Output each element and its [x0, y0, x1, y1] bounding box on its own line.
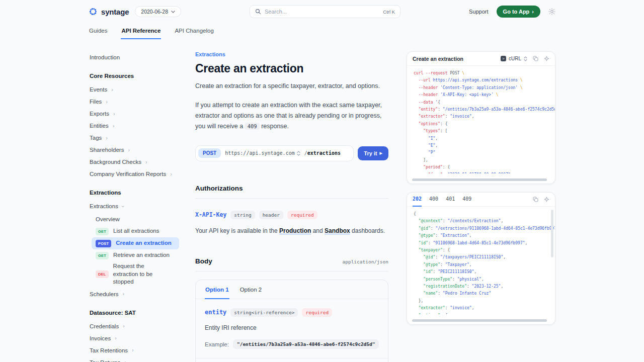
method-badge-get: GET: [96, 228, 109, 235]
authorizations-heading: Authorizations: [195, 185, 388, 192]
type-badge: string: [230, 211, 255, 219]
sparkle-icon: [544, 197, 549, 202]
sidebar-item-files[interactable]: Files›: [89, 96, 179, 108]
status-tab-202[interactable]: 202: [413, 193, 422, 207]
version-label: 2020-06-28: [141, 9, 168, 15]
horizontal-scrollbar[interactable]: [412, 319, 547, 322]
sidebar-item-background-checks[interactable]: Background Checks›: [89, 156, 179, 168]
language-selector[interactable]: > cURL: [501, 56, 527, 61]
status-code-tabs: 202 400 401 409: [413, 193, 471, 207]
tab-guides[interactable]: Guides: [89, 23, 108, 39]
chevron-right-icon: ›: [124, 359, 126, 362]
chevron-right-icon: ›: [106, 99, 108, 105]
tab-option-2[interactable]: Option 2: [239, 280, 262, 299]
chevron-right-icon: ›: [145, 159, 147, 165]
horizontal-scrollbar[interactable]: [412, 178, 547, 181]
body-schema-card: Option 1 Option 2 entity string<iri-refe…: [195, 280, 388, 362]
primary-nav: Guides API Reference API Changelog: [89, 23, 555, 39]
base-url-selector[interactable]: https://api.syntage.com: [225, 150, 300, 156]
try-it-button[interactable]: Try it ▶: [358, 146, 388, 160]
content-type-label: application/json: [342, 259, 388, 264]
sidebar-item-shareholders[interactable]: Shareholders›: [89, 144, 179, 156]
terminal-icon: >: [501, 56, 506, 61]
header-actions: Support Go to App ›: [469, 6, 555, 18]
tab-option-1[interactable]: Option 1: [205, 280, 229, 299]
sparkle-icon: [544, 56, 549, 61]
version-selector[interactable]: 2020-06-28: [135, 6, 181, 17]
response-code-block[interactable]: { "@context": "/contexts/Extraction", "@…: [407, 207, 555, 314]
sidebar-item-overview[interactable]: Overview: [92, 213, 179, 225]
page-subtitle: Create an extraction for a specific taxp…: [195, 81, 388, 91]
sidebar-heading-datasource-sat: Datasource: SAT: [89, 310, 179, 316]
brand-name: syntage: [101, 8, 129, 16]
request-example-card: Create an extraction > cURL: [407, 51, 555, 184]
auth-field-row: X-API-Key string header required: [195, 211, 388, 219]
chevron-right-icon: ›: [123, 291, 125, 297]
light-mode-sun-icon[interactable]: [548, 8, 555, 15]
method-badge-del: DEL: [96, 270, 109, 278]
sidebar-item-tax-retentions[interactable]: Tax Retentions›: [89, 344, 179, 356]
format-button[interactable]: [544, 197, 549, 202]
sidebar-endpoint-create-an-extraction[interactable]: POST Create an extraction: [92, 237, 179, 249]
copy-button[interactable]: [533, 56, 538, 61]
chevron-right-icon: ›: [170, 171, 172, 177]
search-input[interactable]: [265, 9, 379, 15]
request-card-header: Create an extraction > cURL: [407, 52, 555, 66]
brand[interactable]: syntage: [89, 7, 129, 16]
inline-code-409: 409: [245, 123, 260, 130]
body-section: Body application/json Option 1 Option 2 …: [195, 257, 388, 362]
endpoint-path: /extractions: [304, 150, 341, 156]
sidebar-item-tags[interactable]: Tags›: [89, 132, 179, 144]
required-badge: required: [287, 211, 317, 219]
production-link[interactable]: Production: [279, 227, 311, 234]
status-tab-401[interactable]: 401: [446, 193, 455, 207]
status-tab-400[interactable]: 400: [429, 193, 438, 207]
body-option-tabs: Option 1 Option 2: [196, 280, 388, 299]
chevron-right-icon: ›: [106, 135, 108, 141]
sidebar-item-company-verification-reports[interactable]: Company Verification Reports›: [89, 168, 179, 180]
search-bar[interactable]: Ctrl K: [250, 5, 400, 18]
divider: [195, 198, 388, 199]
sidebar-endpoint-retrieve-an-extraction[interactable]: GET Retrieve an extraction: [92, 249, 179, 261]
sidebar-endpoint-stop-extraction[interactable]: DEL Request the extraction to be stopped: [92, 261, 179, 287]
chevron-right-icon: ›: [113, 123, 115, 129]
play-icon: ▶: [380, 151, 382, 155]
copy-button[interactable]: [533, 197, 538, 202]
breadcrumb[interactable]: Extractions: [195, 51, 388, 57]
request-code-block[interactable]: curl --request POST \ --url https://api.…: [407, 66, 555, 173]
format-button[interactable]: [544, 56, 549, 61]
sidebar-item-invoices[interactable]: Invoices›: [89, 332, 179, 344]
search-icon: [255, 9, 261, 15]
sidebar-item-tax-returns[interactable]: Tax Returns›: [89, 356, 179, 362]
auth-field-name: X-API-Key: [195, 211, 226, 218]
sidebar-item-exports[interactable]: Exports›: [89, 108, 179, 120]
language-label: cURL: [509, 56, 521, 61]
method-badge-get: GET: [96, 252, 109, 259]
divider: [195, 271, 388, 272]
sidebar-heading-extractions: Extractions: [89, 190, 179, 196]
sidebar-item-schedulers[interactable]: Schedulers›: [89, 288, 179, 300]
arrow-right-icon: ›: [532, 9, 534, 15]
select-updown-icon: [297, 151, 300, 156]
tab-api-changelog[interactable]: API Changelog: [174, 23, 214, 39]
body-heading: Body: [195, 257, 212, 265]
copy-icon: [533, 197, 538, 202]
sidebar-item-introduction[interactable]: Introduction: [89, 51, 179, 63]
tab-api-reference[interactable]: API Reference: [121, 23, 161, 39]
endpoint-url-bar[interactable]: POST https://api.syntage.com /extraction…: [195, 145, 354, 161]
sidebar-item-credentials[interactable]: Credentials›: [89, 320, 179, 332]
sidebar-item-events[interactable]: Events›: [89, 83, 179, 96]
extractions-sublist: Overview GET List all extractions POST C…: [92, 213, 179, 287]
sidebar-item-extractions-group[interactable]: Extractions ›: [89, 200, 179, 212]
sandbox-link[interactable]: Sandbox: [325, 227, 350, 234]
status-tab-409[interactable]: 409: [462, 193, 471, 207]
endpoint-row: POST https://api.syntage.com /extraction…: [195, 145, 388, 161]
sidebar-endpoint-list-all-extractions[interactable]: GET List all extractions: [92, 225, 179, 237]
vertical-scrollbar[interactable]: [551, 210, 553, 257]
field-description: Entity IRI reference: [205, 323, 379, 333]
example-label: Example:: [205, 341, 229, 347]
description-paragraph: If you attempt to create an extraction w…: [195, 100, 388, 132]
sidebar-item-entities[interactable]: Entities›: [89, 120, 179, 132]
support-link[interactable]: Support: [469, 9, 489, 15]
go-to-app-button[interactable]: Go to App ›: [497, 6, 540, 18]
